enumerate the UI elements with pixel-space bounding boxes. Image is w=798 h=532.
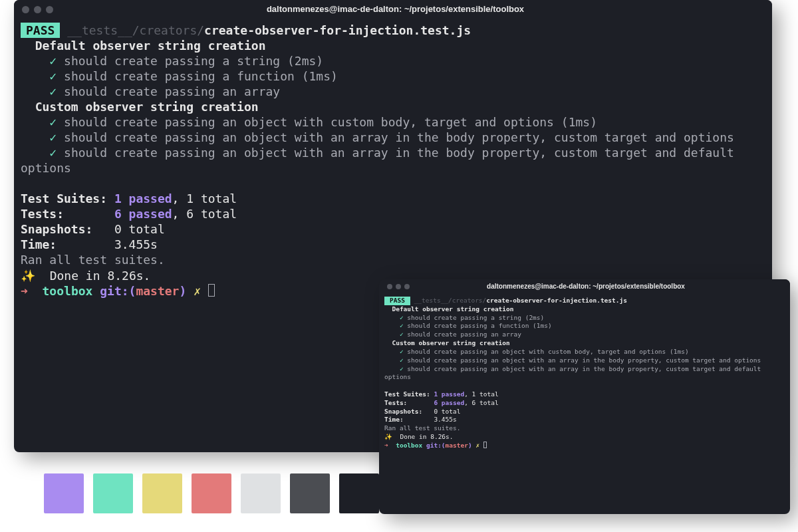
titlebar[interactable]: daltonmenezes@imac-de-dalton: ~/projetos… [14,0,772,19]
window-title: daltonmenezes@imac-de-dalton: ~/projetos… [410,282,762,291]
test-case: should create passing an object with cus… [407,348,688,355]
test-path-file: create-observer-for-injection.test.js [204,23,471,37]
check-icon: ✓ [400,365,404,372]
prompt-git: git:( [426,442,446,449]
swatch-red [192,473,231,513]
close-icon[interactable] [387,284,392,289]
prompt-dirty-icon: ✗ [475,442,479,449]
summary-label: Tests: [384,399,407,406]
minimize-icon[interactable] [34,6,41,13]
check-icon: ✓ [400,314,404,321]
pass-badge: PASS [21,23,60,38]
test-case: should create passing an object with an … [384,365,765,381]
swatch-yellow [142,473,182,513]
swatch-dark [339,473,379,513]
test-case: should create passing an object with an … [407,356,761,364]
summary-value: , 1 total [172,192,237,205]
cursor-icon[interactable] [483,442,487,448]
summary-label: Time: [384,416,404,423]
pass-badge: PASS [384,297,410,305]
summary-value: 1 passed [114,192,172,205]
summary-label: Test Suites: [21,192,107,205]
summary-value: 0 total [434,408,460,415]
test-path-file: create-observer-for-injection.test.js [486,297,627,304]
zoom-icon[interactable] [46,6,53,13]
summary-done: Done in 8.26s. [400,433,453,440]
sparkle-icon: ✨ [384,433,392,442]
summary-label: Tests: [21,207,64,221]
prompt-git: ) [468,442,472,449]
test-case: should create passing an array [64,84,280,98]
summary-value: 6 passed [114,207,172,221]
test-case: should create passing a function (1ms) [407,322,551,329]
test-group-title: Custom observer string creation [35,100,259,114]
prompt-git: ) [179,284,186,298]
test-path-dir: __tests__/creators/ [414,297,487,304]
summary-label: Snapshots: [21,222,92,236]
summary-label: Snapshots: [384,408,422,415]
check-icon: ✓ [400,356,404,364]
summary-value: , 6 total [172,207,237,221]
prompt-branch: master [446,442,468,449]
check-icon: ✓ [49,130,57,144]
prompt-dir: toolbox [43,284,93,298]
summary-ran: Ran all test suites. [21,253,165,267]
test-case: should create passing a function (1ms) [64,69,338,83]
check-icon: ✓ [49,69,57,83]
summary-label: Test Suites: [384,390,430,398]
window-title: daltonmenezes@imac-de-dalton: ~/projetos… [53,4,737,15]
check-icon: ✓ [49,54,57,68]
summary-done: Done in 8.26s. [50,269,151,283]
summary-ran: Ran all test suites. [384,424,460,432]
test-group-title: Default observer string creation [35,39,266,53]
titlebar[interactable]: daltonmenezes@imac-de-dalton: ~/projetos… [379,279,790,294]
test-case: should create passing a string (2ms) [407,314,544,321]
traffic-lights [22,6,53,13]
test-path-dir: __tests__/creators/ [67,23,204,37]
sparkle-icon: ✨ [21,268,35,283]
close-icon[interactable] [22,6,29,13]
check-icon: ✓ [400,348,404,355]
check-icon: ✓ [49,146,57,160]
traffic-lights [387,284,410,289]
summary-value: 1 passed [434,390,464,398]
test-group-title: Default observer string creation [392,305,513,313]
prompt-arrow-icon: ➜ [21,284,28,298]
minimize-icon[interactable] [396,284,401,289]
terminal-window-small: daltonmenezes@imac-de-dalton: ~/projetos… [379,279,790,514]
test-case: should create passing an object with cus… [64,115,597,129]
summary-value: 6 passed [434,399,464,406]
cursor-icon[interactable] [208,284,215,297]
prompt-git: git:( [100,284,136,298]
swatch-lightgrey [241,473,281,513]
check-icon: ✓ [49,84,57,98]
test-case: should create passing an object with an … [64,130,734,144]
check-icon: ✓ [49,115,57,129]
terminal-output[interactable]: PASS __tests__/creators/create-observer-… [379,294,790,456]
summary-value: , 6 total [464,399,498,406]
terminal-output[interactable]: PASS __tests__/creators/create-observer-… [14,19,772,305]
check-icon: ✓ [400,331,404,338]
test-case: should create passing an object with an … [21,146,741,175]
summary-value: 3.455s [114,237,158,251]
summary-value: 0 total [114,222,165,236]
test-case: should create passing an array [407,331,521,338]
swatch-teal [93,473,133,513]
prompt-branch: master [136,284,179,298]
check-icon: ✓ [400,322,404,329]
prompt-dirty-icon: ✗ [194,284,201,298]
prompt-dir: toolbox [396,442,422,449]
prompt-arrow-icon: ➜ [384,442,388,449]
test-case: should create passing a string (2ms) [64,54,323,68]
summary-label: Time: [21,237,57,251]
zoom-icon[interactable] [404,284,410,289]
swatch-grey [290,473,330,513]
color-palette [44,473,379,513]
test-group-title: Custom observer string creation [392,339,509,346]
swatch-purple [44,473,84,513]
summary-value: , 1 total [464,390,498,398]
summary-value: 3.455s [434,416,456,423]
